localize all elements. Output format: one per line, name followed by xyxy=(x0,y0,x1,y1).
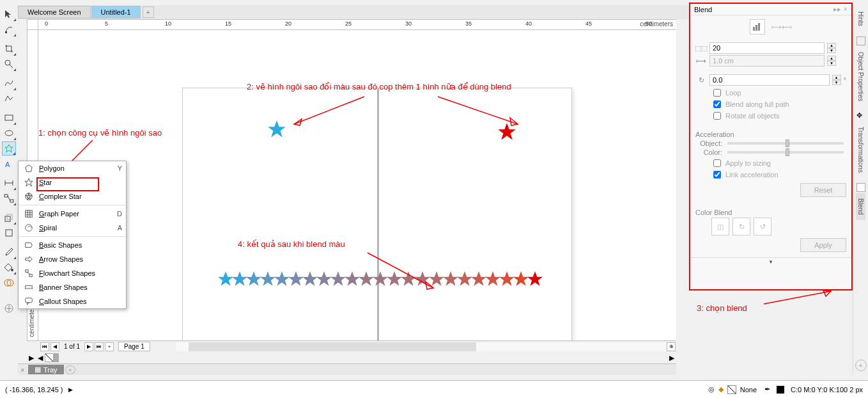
menu-star[interactable]: Star xyxy=(19,175,126,189)
docker-close-icon[interactable]: × xyxy=(844,5,848,13)
docker-expand-icon[interactable]: ▸▸ xyxy=(833,5,841,13)
blend-result[interactable] xyxy=(217,271,541,289)
star-red[interactable] xyxy=(497,122,516,143)
palette-swatch[interactable] xyxy=(58,353,59,362)
rectangle-tool[interactable] xyxy=(2,111,16,125)
page-next[interactable]: ▶ xyxy=(84,342,93,351)
page-guide xyxy=(377,88,379,340)
page-navigator: ⏮ ◀ 1 of 1 ▶ ⏭ ＋ Page 1 ⊕ xyxy=(27,340,676,352)
blend-spacing-mode-icon[interactable]: ⟼⟻ xyxy=(771,23,792,31)
palette-scroll-left[interactable]: ◀ xyxy=(36,354,45,362)
add-docker-button[interactable]: + xyxy=(855,360,867,371)
svg-rect-14 xyxy=(6,230,12,236)
menu-callout-shapes[interactable]: Callout Shapes xyxy=(19,294,126,308)
link-accel-checkbox[interactable]: Link acceleration xyxy=(711,169,846,180)
dimension-tool[interactable] xyxy=(2,176,16,190)
docker-tab-hints[interactable]: Hints xyxy=(856,6,865,31)
menu-arrow-shapes[interactable]: Arrow Shapes xyxy=(19,252,126,266)
menu-complex-star[interactable]: Complex Star xyxy=(19,189,126,203)
page-first[interactable]: ⏮ xyxy=(40,342,49,351)
color-blend-label: Color Blend xyxy=(695,209,846,216)
apply-button[interactable]: Apply xyxy=(800,238,846,252)
palette-prev[interactable]: ▶ xyxy=(27,354,36,362)
tray-tab[interactable]: ▦Tray xyxy=(28,365,64,374)
menu-polygon[interactable]: PolygonY xyxy=(19,161,126,175)
horizontal-ruler[interactable]: centimeters 05101520253035404550 xyxy=(38,19,676,30)
tray-close-icon[interactable]: × xyxy=(20,366,27,374)
zoom-tool[interactable] xyxy=(2,57,16,71)
star-cyan[interactable] xyxy=(267,120,286,140)
zoom-fit[interactable]: ⊕ xyxy=(667,342,676,351)
loop-checkbox[interactable]: Loop xyxy=(711,87,846,99)
effects-tool[interactable] xyxy=(2,211,16,225)
svg-marker-21 xyxy=(26,165,33,172)
color-blend-ccw[interactable]: ↺ xyxy=(754,218,771,235)
palette-no-color[interactable] xyxy=(45,353,54,362)
docker-tab-transformations[interactable]: Transformations xyxy=(856,122,865,178)
menu-spiral[interactable]: SpiralA xyxy=(19,221,126,235)
docker-icon-blend[interactable] xyxy=(856,183,865,192)
status-fill-none-icon xyxy=(727,385,736,394)
tab-welcome[interactable]: Welcome Screen xyxy=(18,6,91,19)
tab-add-button[interactable]: + xyxy=(143,6,154,18)
svg-line-35 xyxy=(764,291,831,304)
blend-spacing-input[interactable] xyxy=(709,55,825,67)
freehand-tool[interactable] xyxy=(2,76,16,90)
transparency-tool[interactable] xyxy=(2,226,16,240)
connector-tool[interactable] xyxy=(2,191,16,205)
ruler-origin[interactable] xyxy=(27,19,38,30)
smart-fill-tool[interactable] xyxy=(2,276,16,290)
polygon-tool[interactable] xyxy=(2,141,16,155)
blend-preset-icon[interactable] xyxy=(750,19,765,35)
page-tab[interactable]: Page 1 xyxy=(118,342,150,351)
menu-banner-shapes[interactable]: Banner Shapes xyxy=(19,280,126,294)
tray-add-button[interactable]: + xyxy=(65,365,75,374)
text-tool[interactable]: A xyxy=(2,157,16,171)
blend-steps-input[interactable] xyxy=(709,42,825,54)
fill-tool[interactable] xyxy=(2,260,16,275)
status-snapping-icon[interactable]: ◎ xyxy=(708,385,715,394)
docker-tab-object-properties[interactable]: Object Properties xyxy=(856,47,865,106)
quick-customize[interactable] xyxy=(2,301,16,315)
tab-document[interactable]: Untitled-1 xyxy=(91,6,141,19)
page-prev[interactable]: ◀ xyxy=(50,342,59,351)
page-last[interactable]: ⏭ xyxy=(95,342,104,351)
color-blend-direct[interactable]: ◫ xyxy=(711,218,729,235)
color-accel-slider[interactable] xyxy=(727,151,844,154)
docker-title: Blend xyxy=(694,6,712,13)
basic-shapes-icon xyxy=(22,240,35,250)
rotate-all-checkbox[interactable]: Rotate all objects xyxy=(711,110,846,122)
eyedropper-tool[interactable] xyxy=(2,245,16,259)
ellipse-tool[interactable] xyxy=(2,126,16,140)
smart-drawing-tool[interactable] xyxy=(2,92,16,106)
docker-more-chevron[interactable]: ▼ xyxy=(690,257,851,266)
status-color-proof-icon[interactable]: ◆ xyxy=(718,385,724,394)
color-blend-cw[interactable]: ↻ xyxy=(732,218,750,235)
pick-tool[interactable] xyxy=(2,7,16,21)
menu-basic-shapes[interactable]: Basic Shapes xyxy=(19,238,126,252)
svg-line-2 xyxy=(10,65,13,68)
reset-button[interactable]: Reset xyxy=(800,183,846,197)
page-add[interactable]: ＋ xyxy=(105,342,114,351)
blend-docker: Blend ▸▸ × ⟼⟻ ⬚⬚ ▲▼ ⟼ ▲▼ ↻ xyxy=(689,3,853,291)
canvas[interactable] xyxy=(38,30,676,340)
flowchart-shapes-icon xyxy=(22,268,35,278)
docker-icon-obj-props[interactable] xyxy=(856,36,865,45)
status-fill-none: None xyxy=(740,386,757,394)
object-accel-slider[interactable] xyxy=(727,142,844,145)
blend-along-path-checkbox[interactable]: Blend along full path xyxy=(711,99,846,110)
blend-rotation-input[interactable] xyxy=(709,74,830,86)
shape-tool[interactable] xyxy=(2,22,16,36)
crop-tool[interactable] xyxy=(2,42,16,56)
palette-scroll-right[interactable]: ▶ xyxy=(667,354,676,362)
docker-tab-blend[interactable]: Blend xyxy=(856,193,865,220)
apply-sizing-checkbox[interactable]: Apply to sizing xyxy=(711,157,846,169)
ruler-tick: 25 xyxy=(345,20,352,27)
menu-graph-paper[interactable]: Graph PaperD xyxy=(19,207,126,221)
status-play-icon[interactable]: ▶ xyxy=(68,386,73,393)
menu-flowchart-shapes[interactable]: Flowchart Shapes xyxy=(19,266,126,280)
docker-icon-trans[interactable]: ✥ xyxy=(856,111,865,120)
horizontal-scrollbar[interactable] xyxy=(176,342,666,351)
status-color-info: C:0 M:0 Y:0 K:100 2 px xyxy=(791,386,863,394)
ruler-tick: 35 xyxy=(465,20,472,27)
